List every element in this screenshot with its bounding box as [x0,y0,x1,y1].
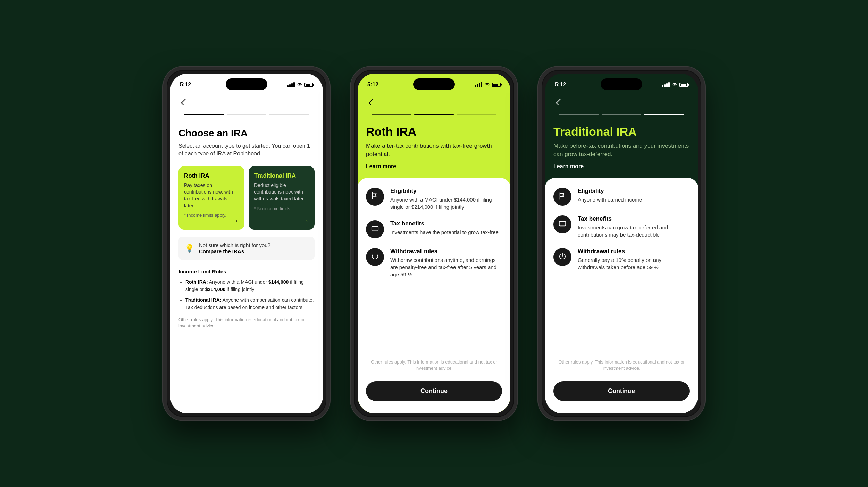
roth-tax-desc: Investments have the potential to grow t… [390,229,502,236]
power-icon-3 [559,253,566,262]
battery-icon-1 [304,83,313,87]
traditional-eligibility-text: Eligibility Anyone with earned income [578,188,690,203]
nav-bar-3 [545,93,698,112]
disclaimer-1: Other rules apply. This information is e… [178,317,315,329]
signal-icon-3 [662,82,670,87]
phone-1: 5:12 [163,67,330,420]
traditional-tax-title: Tax benefits [578,215,690,222]
dollar-icon-3 [559,220,566,229]
roth-tax-title: Tax benefits [390,220,502,227]
power-icon-circle-2 [366,248,384,266]
time-3: 5:12 [555,82,566,88]
roth-feature-tax: Tax benefits Investments have the potent… [366,220,502,238]
traditional-body: Eligibility Anyone with earned income T [545,178,698,413]
traditional-card-arrow: → [302,217,309,225]
roth-feature-eligibility: Eligibility Anyone with a MAGI under $14… [366,188,502,211]
traditional-card[interactable]: Traditional IRA Deduct eligible contribu… [249,166,315,230]
dollar-icon-circle-2 [366,220,384,238]
svg-rect-0 [372,226,378,231]
status-icons-1 [287,82,313,87]
roth-card[interactable]: Roth IRA Pay taxes on contributions now,… [178,166,244,230]
traditional-card-note: * No income limits. [254,206,309,211]
traditional-withdrawal-title: Withdrawal rules [578,248,690,255]
battery-icon-2 [492,83,501,87]
wifi-icon-1 [297,82,302,87]
back-button-2[interactable] [365,96,377,108]
compare-text: Not sure which is right for you? [199,242,270,248]
wifi-icon-2 [484,82,490,87]
income-rule-1: Roth IRA: Anyone with a MAGI under $144,… [185,279,315,293]
compare-iras-link[interactable]: Compare the IRAs [199,248,244,254]
roth-continue-button[interactable]: Continue [366,381,502,401]
flag-icon-3 [559,192,566,201]
phone1-content: Choose an IRA Select an account type to … [170,122,323,413]
roth-disclaimer: Other rules apply. This information is e… [366,353,502,378]
phone-3: 5:12 [538,67,705,420]
compare-box: 💡 Not sure which is right for you? Compa… [178,237,315,260]
power-icon-circle-3 [553,248,571,266]
page-title-1: Choose an IRA [178,128,315,139]
battery-icon-3 [679,83,688,87]
dollar-icon-2 [371,225,379,234]
power-icon-2 [371,253,379,262]
traditional-card-title: Traditional IRA [254,172,309,179]
roth-withdrawal-text: Withdrawal rules Withdraw contributions … [390,248,502,278]
roth-body: Eligibility Anyone with a MAGI under $14… [358,178,510,413]
progress-bar-2 [358,112,510,122]
traditional-withdrawal-text: Withdrawal rules Generally pay a 10% pen… [578,248,690,271]
traditional-card-desc: Deduct eligible contributions now, with … [254,182,309,203]
traditional-tax-text: Tax benefits Investments can grow tax-de… [578,215,690,238]
progress-bar-1 [170,112,323,122]
roth-card-title: Roth IRA [184,172,239,179]
roth-eligibility-text: Eligibility Anyone with a MAGI under $14… [390,188,502,211]
signal-icon-2 [475,82,482,87]
roth-subtitle: Make after-tax contributions with tax-fr… [366,142,502,159]
roth-header: Roth IRA Make after-tax contributions wi… [358,122,510,178]
back-button-3[interactable] [552,96,565,108]
roth-withdrawal-title: Withdrawal rules [390,248,502,255]
page-subtitle-1: Select an account type to get started. Y… [178,142,315,158]
time-1: 5:12 [180,82,191,88]
wifi-icon-3 [672,82,677,87]
nav-bar-2 [358,93,510,112]
traditional-eligibility-title: Eligibility [578,188,690,195]
roth-eligibility-desc: Anyone with a MAGI under $144,000 if fil… [390,196,502,211]
ira-cards: Roth IRA Pay taxes on contributions now,… [178,166,315,230]
income-rule-2: Traditional IRA: Anyone with compensatio… [185,297,315,311]
income-rules-title: Income Limit Rules: [178,268,315,274]
flag-icon-circle-2 [366,188,384,206]
traditional-feature-eligibility: Eligibility Anyone with earned income [553,188,690,206]
traditional-disclaimer: Other rules apply. This information is e… [553,353,690,378]
dynamic-island-2 [413,78,455,90]
phone-2: 5:12 [351,67,517,420]
traditional-feature-tax: Tax benefits Investments can grow tax-de… [553,215,690,238]
roth-feature-withdrawal: Withdrawal rules Withdraw contributions … [366,248,502,278]
traditional-continue-button[interactable]: Continue [553,381,690,401]
back-button-1[interactable] [177,96,190,108]
roth-withdrawal-desc: Withdraw contributions anytime, and earn… [390,256,502,278]
traditional-header: Traditional IRA Make before-tax contribu… [545,122,698,178]
traditional-learn-more[interactable]: Learn more [553,163,584,170]
status-icons-3 [662,82,688,87]
svg-rect-2 [559,221,566,226]
roth-card-desc: Pay taxes on contributions now, with tax… [184,182,239,209]
roth-learn-more[interactable]: Learn more [366,163,396,170]
flag-icon-circle-3 [553,188,571,206]
roth-eligibility-title: Eligibility [390,188,502,195]
dynamic-island [226,78,267,90]
time-2: 5:12 [367,82,378,88]
income-rules-list: Roth IRA: Anyone with a MAGI under $144,… [178,279,315,311]
income-rules: Income Limit Rules: Roth IRA: Anyone wit… [178,268,315,335]
traditional-feature-withdrawal: Withdrawal rules Generally pay a 10% pen… [553,248,690,271]
roth-tax-text: Tax benefits Investments have the potent… [390,220,502,236]
roth-card-note: * Income limits apply. [184,213,239,218]
nav-bar-1 [170,93,323,112]
traditional-subtitle: Make before-tax contributions and your i… [553,142,690,159]
traditional-eligibility-desc: Anyone with earned income [578,196,690,203]
roth-card-arrow: → [232,217,239,225]
signal-icon-1 [287,82,295,87]
dollar-icon-circle-3 [553,215,571,233]
dynamic-island-3 [601,78,642,90]
flag-icon-2 [371,192,379,201]
traditional-tax-desc: Investments can grow tax-deferred and co… [578,224,690,238]
